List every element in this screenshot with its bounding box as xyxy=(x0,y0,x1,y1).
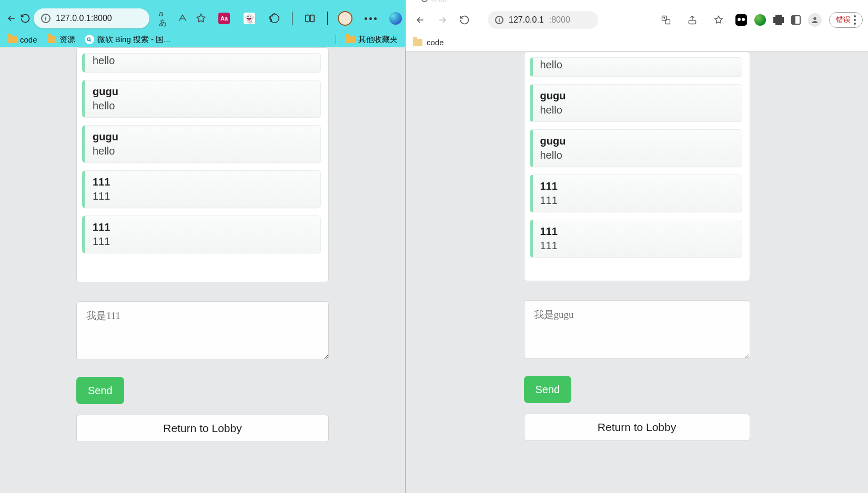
separator xyxy=(327,12,328,25)
chat-message: gugu hello xyxy=(530,84,742,122)
message-author: 111 xyxy=(93,221,313,233)
return-to-lobby-button[interactable]: Return to Lobby xyxy=(76,415,329,442)
chat-message: 111 111 xyxy=(82,170,321,208)
message-author: 111 xyxy=(540,180,734,192)
message-author: gugu xyxy=(540,135,734,147)
message-body: hello xyxy=(540,149,734,161)
message-body: 111 xyxy=(93,235,313,248)
bookmark-label: code xyxy=(20,35,37,44)
url-host: 127.0.0.1 xyxy=(509,15,544,25)
browser-window-left: i 127.0.0.1:8000 aあ Aa 👻 xyxy=(0,0,405,493)
message-author: 111 xyxy=(93,176,313,188)
url-port: :8000 xyxy=(549,15,570,25)
extension-button[interactable] xyxy=(754,14,766,26)
address-bar[interactable]: i 127.0.0.1:8000 xyxy=(34,8,149,28)
bookmark-folder-code[interactable]: code xyxy=(7,35,37,44)
bookmarks-bar: code 资源 微软 Bing 搜索 - 国... 其他收藏夹 xyxy=(0,32,405,47)
message-body: hello xyxy=(540,104,734,116)
send-button[interactable]: Send xyxy=(524,376,572,403)
site-info-icon[interactable]: i xyxy=(41,14,51,23)
favorite-star-icon[interactable] xyxy=(195,12,207,25)
folder-icon xyxy=(346,36,355,43)
message-body: 111 xyxy=(540,240,734,252)
chat-message: hello xyxy=(82,53,321,73)
tab-strip: Chat xyxy=(406,0,868,6)
extension-button[interactable]: Aa xyxy=(216,11,232,26)
back-button[interactable] xyxy=(6,8,17,29)
bookmark-folder-resources[interactable]: 资源 xyxy=(47,35,75,45)
message-author: gugu xyxy=(93,86,313,98)
message-body: hello xyxy=(93,100,313,112)
profile-avatar[interactable] xyxy=(808,13,822,27)
svg-point-0 xyxy=(270,14,279,23)
folder-icon xyxy=(7,36,17,43)
extensions-icon[interactable] xyxy=(773,15,784,25)
svg-rect-1 xyxy=(306,15,309,22)
message-body: hello xyxy=(93,145,313,157)
read-aloud-icon[interactable] xyxy=(177,12,188,25)
extensions-icon[interactable] xyxy=(267,11,282,26)
share-icon[interactable] xyxy=(683,11,702,29)
forward-button[interactable] xyxy=(433,11,452,29)
chat-message: gugu hello xyxy=(530,129,742,167)
chat-panel: hello gugu hello gugu hello 111 111 xyxy=(524,52,750,281)
browser-actions: Aa 👻 xyxy=(216,11,406,26)
tab-favicon xyxy=(421,0,428,2)
tab[interactable]: Chat xyxy=(421,0,447,3)
bookmark-label: 资源 xyxy=(59,35,75,45)
bookmark-label: 微软 Bing 搜索 - 国... xyxy=(97,35,170,45)
message-author: 111 xyxy=(540,225,734,238)
profile-avatar[interactable] xyxy=(337,11,353,26)
error-indicator[interactable]: 错误 xyxy=(829,12,863,28)
bookmark-label: 其他收藏夹 xyxy=(358,35,398,45)
chat-app: hello gugu hello gugu hello 111 111 xyxy=(76,47,329,493)
chat-scroll-area[interactable]: hello gugu hello gugu hello 111 111 xyxy=(82,53,323,276)
translate-icon[interactable]: aあ xyxy=(159,9,169,28)
site-info-icon[interactable]: i xyxy=(495,16,503,24)
chat-message: hello xyxy=(530,57,742,77)
refresh-button[interactable] xyxy=(20,8,31,29)
chat-message: 111 111 xyxy=(82,215,321,253)
compose-input[interactable] xyxy=(76,301,329,360)
translate-icon[interactable] xyxy=(657,11,675,29)
more-menu-icon xyxy=(854,15,856,25)
chat-panel: hello gugu hello gugu hello 111 111 xyxy=(76,47,329,282)
bookmark-folder-other[interactable]: 其他收藏夹 xyxy=(346,35,398,45)
message-body: 111 xyxy=(540,194,734,207)
chat-app: hello gugu hello gugu hello 111 111 xyxy=(524,52,750,493)
svg-rect-6 xyxy=(689,20,695,24)
chat-scroll-area[interactable]: hello gugu hello gugu hello 111 111 xyxy=(530,57,744,275)
send-button[interactable]: Send xyxy=(76,377,124,404)
favorite-star-icon[interactable] xyxy=(709,11,728,29)
chat-message: gugu hello xyxy=(82,80,321,118)
side-panel-icon[interactable] xyxy=(791,15,801,25)
return-to-lobby-button[interactable]: Return to Lobby xyxy=(524,414,750,441)
message-body: hello xyxy=(540,59,734,71)
bookmarks-bar: code xyxy=(406,34,868,52)
separator xyxy=(336,35,336,44)
browser-actions: 错误 xyxy=(657,11,863,29)
address-bar-controls: aあ xyxy=(153,9,213,28)
chat-message: 111 111 xyxy=(530,174,742,212)
compose-input[interactable] xyxy=(524,300,750,359)
message-author: gugu xyxy=(540,90,734,102)
browser-toolbar: i 127.0.0.1:8000 错误 xyxy=(406,6,868,34)
message-body: 111 xyxy=(93,190,313,202)
split-screen-icon[interactable] xyxy=(302,11,318,26)
browser-toolbar: i 127.0.0.1:8000 aあ Aa 👻 xyxy=(0,5,405,32)
url-text: 127.0.0.1:8000 xyxy=(56,14,142,23)
message-author: gugu xyxy=(93,131,313,143)
bookmark-bing[interactable]: 微软 Bing 搜索 - 国... xyxy=(85,35,170,45)
extension-button[interactable] xyxy=(735,14,747,26)
extension-button[interactable]: 👻 xyxy=(241,11,257,26)
folder-icon xyxy=(413,39,422,46)
message-body: hello xyxy=(93,55,313,67)
svg-point-7 xyxy=(813,17,816,20)
back-button[interactable] xyxy=(411,11,430,29)
bookmark-folder-code[interactable]: code xyxy=(427,38,444,47)
refresh-button[interactable] xyxy=(455,11,474,29)
address-bar[interactable]: i 127.0.0.1:8000 xyxy=(488,11,598,29)
more-menu-icon[interactable] xyxy=(362,11,378,26)
copilot-icon[interactable] xyxy=(388,11,403,26)
page-content: hello gugu hello gugu hello 111 111 xyxy=(0,47,405,493)
